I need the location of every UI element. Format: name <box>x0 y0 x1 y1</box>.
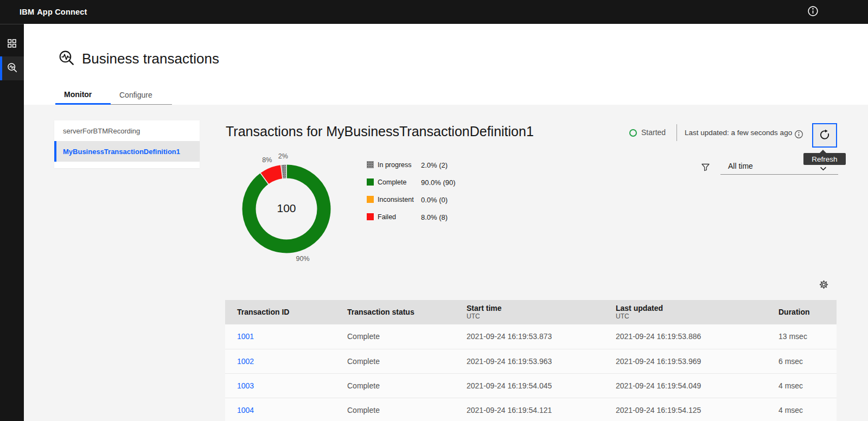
legend-item-failed[interactable]: Failed8.0% (8) <box>367 208 502 226</box>
legend-value: 2.0% (2) <box>421 161 448 169</box>
filter-icon <box>701 163 710 174</box>
transactions-table-head-row: Transaction IDTransaction statusStart ti… <box>225 300 837 324</box>
cell-duration: 4 msec <box>767 398 837 421</box>
brand-ibm: IBM <box>20 8 34 16</box>
settings-gear-icon <box>819 280 828 291</box>
column-header: Transaction ID <box>225 300 335 324</box>
cell-duration: 13 msec <box>767 324 837 349</box>
column-header-sublabel: UTC <box>467 312 604 320</box>
app-window: IBMApp Connect <box>0 0 868 421</box>
cell-last-updated: 2021-09-24 16:19:53.886 <box>604 324 767 349</box>
started-status-label: Started <box>641 128 666 137</box>
column-header-label: Transaction ID <box>237 308 335 316</box>
info-icon <box>794 130 803 141</box>
legend-label: Failed <box>378 213 396 221</box>
legend-value: 0.0% (0) <box>421 196 448 204</box>
last-updated-info-button[interactable] <box>793 129 805 141</box>
donut-center-total: 100 <box>224 200 349 216</box>
column-header: Start timeUTC <box>455 300 604 324</box>
donut-slice-in-progress <box>282 171 286 172</box>
table-settings-button[interactable] <box>816 278 831 293</box>
legend-swatch <box>367 178 374 186</box>
last-updated-text: Last updated: a few seconds ago <box>685 129 792 137</box>
header-info-button[interactable] <box>805 4 820 20</box>
donut-slice-failed <box>264 172 282 179</box>
cell-duration: 4 msec <box>767 373 837 398</box>
cell-transaction-id: 1003 <box>225 373 335 398</box>
business-transactions-icon <box>58 49 75 69</box>
cell-transaction-id: 1002 <box>225 349 335 373</box>
legend-item-in-progress[interactable]: In progress2.0% (2) <box>367 156 502 174</box>
refresh-tooltip: Refresh <box>803 153 846 165</box>
legend-label: In progress <box>378 161 412 169</box>
cell-status: Complete <box>335 398 455 421</box>
info-icon <box>807 5 819 19</box>
top-header-bar: IBMApp Connect <box>0 0 868 24</box>
cell-status: Complete <box>335 373 455 398</box>
tab-monitor[interactable]: Monitor <box>55 85 111 105</box>
transactions-heading: Transactions for MyBusinessTransactionDe… <box>226 124 534 139</box>
chevron-down-icon <box>820 164 827 173</box>
transactions-table-body: 1001Complete2021-09-24 16:19:53.8732021-… <box>225 324 837 421</box>
legend-swatch <box>367 213 374 220</box>
page-title: Business transactions <box>82 50 219 67</box>
nav-item-server-label: serverForBTMRecording <box>63 127 140 135</box>
brand-product: App Connect <box>37 8 87 16</box>
donut-percentage-label: 2% <box>278 152 288 160</box>
refresh-button[interactable] <box>812 123 837 148</box>
nav-item-definition[interactable]: MyBusinessTransactionDefinition1 <box>54 141 200 162</box>
legend-value: 8.0% (8) <box>421 213 448 221</box>
donut-percentage-label: 90% <box>296 255 309 263</box>
column-header: Last updatedUTC <box>604 300 767 324</box>
nav-panel-footer <box>54 162 200 168</box>
filter-button[interactable] <box>698 161 713 176</box>
column-header: Transaction status <box>335 300 455 324</box>
cell-start-time: 2021-09-24 16:19:53.873 <box>455 324 604 349</box>
transaction-id-link[interactable]: 1003 <box>237 381 254 390</box>
rail-item-app-switcher[interactable] <box>0 33 24 56</box>
brand: IBMApp Connect <box>20 8 87 16</box>
left-nav-rail <box>0 24 24 421</box>
column-header-sublabel: UTC <box>616 312 767 320</box>
header-divider <box>676 124 677 141</box>
transaction-id-link[interactable]: 1004 <box>237 406 254 414</box>
cell-last-updated: 2021-09-24 16:19:54.125 <box>604 398 767 421</box>
chart-legend: In progress2.0% (2)Complete90.0% (90)Inc… <box>367 156 502 226</box>
column-header-label: Start time <box>467 304 604 312</box>
page-title-row: Business transactions <box>58 49 219 69</box>
column-header: Duration <box>767 300 837 324</box>
transactions-table: Transaction IDTransaction statusStart ti… <box>225 300 837 421</box>
donut-percentage-label: 8% <box>262 156 272 164</box>
table-row: 1003Complete2021-09-24 16:19:54.0452021-… <box>225 373 837 398</box>
legend-swatch <box>367 161 374 168</box>
cell-last-updated: 2021-09-24 16:19:53.969 <box>604 349 767 373</box>
cell-status: Complete <box>335 349 455 373</box>
transaction-id-link[interactable]: 1002 <box>237 357 254 366</box>
nav-item-definition-label: MyBusinessTransactionDefinition1 <box>63 148 180 156</box>
cell-last-updated: 2021-09-24 16:19:54.049 <box>604 373 767 398</box>
started-status-icon <box>629 129 637 137</box>
definition-list-panel: serverForBTMRecording MyBusinessTransact… <box>54 120 200 168</box>
cell-transaction-id: 1004 <box>225 398 335 421</box>
tab-configure-label: Configure <box>119 91 152 99</box>
transactions-donut-chart: 90%8%2% 100 <box>224 145 349 273</box>
rail-item-business-transactions[interactable] <box>0 56 24 80</box>
legend-value: 90.0% (90) <box>421 178 456 187</box>
cell-start-time: 2021-09-24 16:19:54.121 <box>455 398 604 421</box>
cell-start-time: 2021-09-24 16:19:54.045 <box>455 373 604 398</box>
tab-configure[interactable]: Configure <box>111 85 172 105</box>
nav-item-server[interactable]: serverForBTMRecording <box>54 120 200 141</box>
table-row: 1004Complete2021-09-24 16:19:54.1212021-… <box>225 398 837 421</box>
business-transactions-icon <box>7 62 18 75</box>
cell-duration: 6 msec <box>767 349 837 373</box>
legend-label: Complete <box>378 178 407 186</box>
refresh-icon <box>819 129 831 143</box>
refresh-tooltip-label: Refresh <box>812 155 837 163</box>
table-row: 1001Complete2021-09-24 16:19:53.8732021-… <box>225 324 837 349</box>
legend-item-complete[interactable]: Complete90.0% (90) <box>367 174 502 191</box>
tab-monitor-label: Monitor <box>64 90 92 99</box>
legend-label: Inconsistent <box>378 196 414 203</box>
cell-status: Complete <box>335 324 455 349</box>
transaction-id-link[interactable]: 1001 <box>237 332 254 341</box>
legend-item-inconsistent[interactable]: Inconsistent0.0% (0) <box>367 191 502 208</box>
